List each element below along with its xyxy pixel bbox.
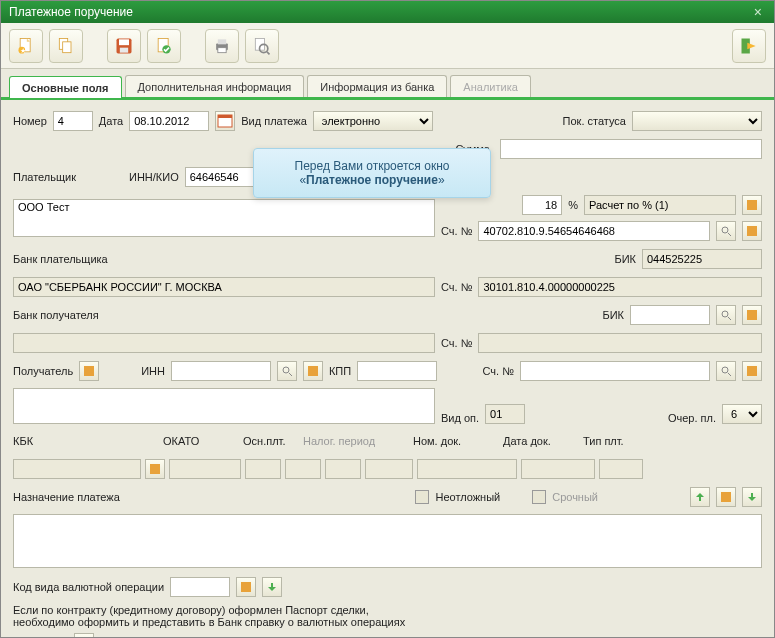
- tab-bank-info[interactable]: Информация из банка: [307, 75, 447, 97]
- kbk-book-button[interactable]: [145, 459, 165, 479]
- currency-op-label: Код вида валютной операции: [13, 581, 164, 593]
- rate-input[interactable]: [522, 195, 562, 215]
- currency-op-input[interactable]: [170, 577, 230, 597]
- fast-checkbox[interactable]: [532, 490, 546, 504]
- svg-rect-13: [218, 47, 226, 52]
- tab-extra[interactable]: Дополнительная информация: [125, 75, 305, 97]
- payer-name-input[interactable]: [13, 199, 435, 237]
- svg-rect-7: [119, 39, 129, 45]
- ocher-select[interactable]: 6: [722, 404, 762, 424]
- purpose-input[interactable]: [13, 514, 762, 568]
- payee-acct2-search-button[interactable]: [716, 361, 736, 381]
- purpose-export-button[interactable]: [742, 487, 762, 507]
- svg-marker-40: [268, 583, 276, 591]
- payee-inn-book-button[interactable]: [303, 361, 323, 381]
- preview-button[interactable]: [245, 29, 279, 63]
- svg-rect-27: [747, 310, 757, 320]
- purpose-book-button[interactable]: [716, 487, 736, 507]
- save-button[interactable]: [107, 29, 141, 63]
- payee-name-input[interactable]: [13, 388, 435, 424]
- nalog3-input[interactable]: [365, 459, 413, 479]
- payee-inn-search-button[interactable]: [277, 361, 297, 381]
- export-icon: [746, 491, 758, 503]
- payee-bik-label: БИК: [602, 309, 624, 321]
- book-icon: [240, 581, 252, 593]
- form-body: Номер Дата Вид платежа электронно Пок. с…: [1, 100, 774, 637]
- sum-input[interactable]: [500, 139, 762, 159]
- pct-label: %: [568, 199, 578, 211]
- nomdok-input[interactable]: [417, 459, 517, 479]
- payee-acct2-book-button[interactable]: [742, 361, 762, 381]
- search-icon: [281, 365, 293, 377]
- datadok-label: Дата док.: [503, 435, 583, 447]
- paytype-label: Вид платежа: [241, 115, 307, 127]
- titlebar: Платежное поручение ×: [1, 1, 774, 23]
- book-icon: [746, 199, 758, 211]
- currency-export-button[interactable]: [262, 577, 282, 597]
- vidop-label: Вид оп.: [441, 412, 479, 424]
- calc-input[interactable]: [584, 195, 736, 215]
- payer-acct-book-button[interactable]: [742, 221, 762, 241]
- print-button[interactable]: [205, 29, 239, 63]
- hint-line1: Перед Вами откроется окно: [268, 159, 476, 173]
- payer-bik-label: БИК: [614, 253, 636, 265]
- svg-rect-35: [150, 464, 160, 474]
- payer-bank-acct-input: [478, 277, 762, 297]
- payee-bik-input[interactable]: [630, 305, 710, 325]
- calendar-icon: [217, 113, 233, 129]
- svg-rect-20: [218, 115, 232, 118]
- kbk-input[interactable]: [13, 459, 141, 479]
- svg-line-23: [728, 233, 731, 236]
- svg-point-25: [722, 311, 728, 317]
- payee-acct2-input[interactable]: [520, 361, 710, 381]
- currency-note2: необходимо оформить и представить в Банк…: [13, 616, 762, 628]
- date-label: Дата: [99, 115, 123, 127]
- hint-line2: «Платежное поручение»: [268, 173, 476, 187]
- attach-add-button[interactable]: [74, 633, 94, 637]
- exit-button[interactable]: [732, 29, 766, 63]
- payee-bank-label: Банк получателя: [13, 309, 596, 321]
- nalog2-input[interactable]: [325, 459, 361, 479]
- book-icon: [149, 463, 161, 475]
- new-doc-icon: ★: [16, 36, 36, 56]
- status-label: Пок. статуса: [563, 115, 626, 127]
- copy-button[interactable]: [49, 29, 83, 63]
- payee-inn-label: ИНН: [141, 365, 165, 377]
- paytype-select[interactable]: электронно: [313, 111, 433, 131]
- book-icon: [746, 309, 758, 321]
- payee-book-button[interactable]: [79, 361, 99, 381]
- payee-bik-search-button[interactable]: [716, 305, 736, 325]
- calendar-button[interactable]: [215, 111, 235, 131]
- tab-analytics[interactable]: Аналитика: [450, 75, 530, 97]
- payee-inn-input[interactable]: [171, 361, 271, 381]
- svg-point-32: [722, 367, 728, 373]
- new-doc-button[interactable]: ★: [9, 29, 43, 63]
- book-icon: [720, 491, 732, 503]
- payer-innkio-label: ИНН/КИО: [129, 171, 179, 183]
- close-icon[interactable]: ×: [750, 4, 766, 20]
- tipplt-input[interactable]: [599, 459, 643, 479]
- number-input[interactable]: [53, 111, 93, 131]
- payer-acct-input[interactable]: [478, 221, 710, 241]
- svg-rect-21: [747, 200, 757, 210]
- payee-bik-book-button[interactable]: [742, 305, 762, 325]
- payer-acct-search-button[interactable]: [716, 221, 736, 241]
- osn-input[interactable]: [245, 459, 281, 479]
- calc-lookup-button[interactable]: [742, 195, 762, 215]
- status-select[interactable]: [632, 111, 762, 131]
- payer-bik-input: [642, 249, 762, 269]
- date-input[interactable]: [129, 111, 209, 131]
- urgent-checkbox[interactable]: [415, 490, 429, 504]
- okato-input[interactable]: [169, 459, 241, 479]
- svg-rect-28: [84, 366, 94, 376]
- svg-rect-31: [308, 366, 318, 376]
- datadok-input[interactable]: [521, 459, 595, 479]
- currency-book-button[interactable]: [236, 577, 256, 597]
- sign-button[interactable]: [147, 29, 181, 63]
- purpose-import-button[interactable]: [690, 487, 710, 507]
- tab-main[interactable]: Основные поля: [9, 76, 122, 98]
- payee-kpp-input[interactable]: [357, 361, 437, 381]
- nomdok-label: Ном. док.: [413, 435, 503, 447]
- nalog1-input[interactable]: [285, 459, 321, 479]
- payer-bank-label: Банк плательщика: [13, 253, 608, 265]
